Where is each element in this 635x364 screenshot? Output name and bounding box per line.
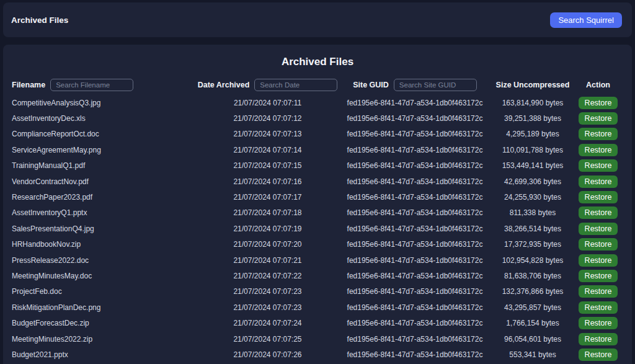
action-column-label: Action	[586, 81, 610, 89]
filename-cell: AssetInventoryQ1.pptx	[12, 208, 198, 217]
site-guid-cell: fed195e6-8f41-47d7-a534-1db0f463172c	[337, 256, 492, 265]
restore-button[interactable]: Restore	[579, 159, 618, 172]
table-row: HRHandbookNov.zip 21/07/2024 07:07:20 fe…	[3, 237, 632, 252]
filename-cell: ServiceAgreementMay.png	[12, 146, 198, 154]
size-cell: 1,766,154 bytes	[492, 319, 573, 327]
restore-button[interactable]: Restore	[579, 285, 618, 298]
table-row: BudgetForecastDec.zip 21/07/2024 07:07:2…	[3, 315, 632, 331]
filename-cell: HRHandbookNov.zip	[12, 240, 198, 249]
action-cell: Restore	[573, 333, 623, 345]
action-cell: Restore	[573, 191, 623, 203]
site-guid-cell: fed195e6-8f41-47d7-a534-1db0f463172c	[337, 240, 492, 249]
action-cell: Restore	[573, 348, 623, 361]
date-column-label: Date Archived	[198, 81, 250, 89]
guid-search-input[interactable]	[394, 79, 477, 91]
date-search-input[interactable]	[254, 79, 337, 91]
restore-button[interactable]: Restore	[579, 223, 618, 235]
date-column-header: Date Archived	[198, 79, 337, 91]
date-archived-cell: 21/07/2024 07:07:14	[198, 146, 337, 154]
restore-button[interactable]: Restore	[579, 206, 618, 219]
restore-button[interactable]: Restore	[579, 333, 618, 345]
archived-files-panel: Archived Files Filename Date Archived Si…	[3, 45, 632, 364]
filename-cell: ProjectFeb.doc	[12, 287, 198, 296]
filename-cell: MeetingMinutesMay.doc	[12, 272, 198, 280]
filename-search-input[interactable]	[50, 79, 133, 91]
size-cell: 38,266,514 bytes	[492, 224, 573, 233]
date-archived-cell: 21/07/2024 07:07:20	[198, 240, 337, 249]
filename-cell: BudgetForecastDec.zip	[12, 319, 198, 327]
date-archived-cell: 21/07/2024 07:07:17	[198, 193, 337, 202]
date-archived-cell: 21/07/2024 07:07:24	[198, 319, 337, 327]
size-cell: 81,638,706 bytes	[492, 272, 573, 280]
table-row: SalesPresentationQ4.jpg 21/07/2024 07:07…	[3, 221, 632, 236]
site-guid-cell: fed195e6-8f41-47d7-a534-1db0f463172c	[337, 193, 492, 202]
restore-button[interactable]: Restore	[579, 254, 618, 267]
size-cell: 811,338 bytes	[492, 208, 573, 217]
size-cell: 110,091,788 bytes	[492, 146, 573, 154]
site-guid-cell: fed195e6-8f41-47d7-a534-1db0f463172c	[337, 303, 492, 312]
site-guid-cell: fed195e6-8f41-47d7-a534-1db0f463172c	[337, 224, 492, 233]
site-guid-cell: fed195e6-8f41-47d7-a534-1db0f463172c	[337, 208, 492, 217]
action-cell: Restore	[573, 144, 623, 156]
filename-cell: PressRelease2022.doc	[12, 256, 198, 265]
size-cell: 96,054,601 bytes	[492, 335, 573, 344]
date-archived-cell: 21/07/2024 07:07:11	[198, 99, 337, 107]
restore-button[interactable]: Restore	[579, 128, 618, 140]
date-archived-cell: 21/07/2024 07:07:15	[198, 161, 337, 170]
table-body: CompetitiveAnalysisQ3.jpg 21/07/2024 07:…	[3, 95, 632, 363]
date-archived-cell: 21/07/2024 07:07:18	[198, 208, 337, 217]
action-cell: Restore	[573, 270, 623, 282]
table-row: CompetitiveAnalysisQ3.jpg 21/07/2024 07:…	[3, 95, 632, 110]
action-cell: Restore	[573, 175, 623, 188]
restore-button[interactable]: Restore	[579, 238, 618, 251]
action-column-header: Action	[573, 81, 623, 89]
action-cell: Restore	[573, 317, 623, 329]
table-row: ResearchPaper2023.pdf 21/07/2024 07:07:1…	[3, 189, 632, 205]
table-header-row: Filename Date Archived Site GUID Size Un…	[3, 77, 632, 93]
filename-cell: SalesPresentationQ4.jpg	[12, 224, 198, 233]
site-guid-cell: fed195e6-8f41-47d7-a534-1db0f463172c	[337, 114, 492, 123]
page-title: Archived Files	[3, 56, 632, 68]
table-row: TrainingManualQ1.pdf 21/07/2024 07:07:15…	[3, 158, 632, 174]
table-row: ProjectFeb.doc 21/07/2024 07:07:23 fed19…	[3, 284, 632, 300]
date-archived-cell: 21/07/2024 07:07:12	[198, 114, 337, 123]
table-row: ServiceAgreementMay.png 21/07/2024 07:07…	[3, 142, 632, 158]
site-guid-cell: fed195e6-8f41-47d7-a534-1db0f463172c	[337, 146, 492, 154]
table-row: RiskMitigationPlanDec.png 21/07/2024 07:…	[3, 300, 632, 315]
date-archived-cell: 21/07/2024 07:07:19	[198, 224, 337, 233]
site-guid-cell: fed195e6-8f41-47d7-a534-1db0f463172c	[337, 130, 492, 138]
filename-cell: ComplianceReportOct.doc	[12, 130, 198, 138]
restore-button[interactable]: Restore	[579, 97, 618, 109]
site-guid-cell: fed195e6-8f41-47d7-a534-1db0f463172c	[337, 287, 492, 296]
guid-column-label: Site GUID	[353, 81, 389, 89]
date-archived-cell: 21/07/2024 07:07:16	[198, 177, 337, 186]
filename-column-label: Filename	[12, 81, 45, 89]
table-row: ComplianceReportOct.doc 21/07/2024 07:07…	[3, 127, 632, 142]
restore-button[interactable]: Restore	[579, 191, 618, 203]
site-guid-cell: fed195e6-8f41-47d7-a534-1db0f463172c	[337, 177, 492, 186]
site-guid-cell: fed195e6-8f41-47d7-a534-1db0f463172c	[337, 350, 492, 359]
restore-button[interactable]: Restore	[579, 175, 618, 188]
restore-button[interactable]: Restore	[579, 317, 618, 329]
restore-button[interactable]: Restore	[579, 112, 618, 125]
action-cell: Restore	[573, 238, 623, 251]
table-row: MeetingMinutes2022.zip 21/07/2024 07:07:…	[3, 331, 632, 347]
filename-cell: RiskMitigationPlanDec.png	[12, 303, 198, 312]
size-cell: 163,814,990 bytes	[492, 99, 573, 107]
restore-button[interactable]: Restore	[579, 348, 618, 361]
size-cell: 4,295,189 bytes	[492, 130, 573, 138]
date-archived-cell: 21/07/2024 07:07:21	[198, 256, 337, 265]
action-cell: Restore	[573, 112, 623, 125]
action-cell: Restore	[573, 223, 623, 235]
action-cell: Restore	[573, 128, 623, 140]
restore-button[interactable]: Restore	[579, 301, 618, 314]
site-guid-cell: fed195e6-8f41-47d7-a534-1db0f463172c	[337, 161, 492, 170]
table-row: Budget2021.pptx 21/07/2024 07:07:26 fed1…	[3, 347, 632, 362]
size-cell: 553,341 bytes	[492, 350, 573, 359]
restore-button[interactable]: Restore	[579, 270, 618, 282]
search-squirrel-button[interactable]: Search Squirrel	[550, 12, 622, 28]
filename-cell: Budget2021.pptx	[12, 350, 198, 359]
date-archived-cell: 21/07/2024 07:07:23	[198, 303, 337, 312]
restore-button[interactable]: Restore	[579, 144, 618, 156]
action-cell: Restore	[573, 159, 623, 172]
